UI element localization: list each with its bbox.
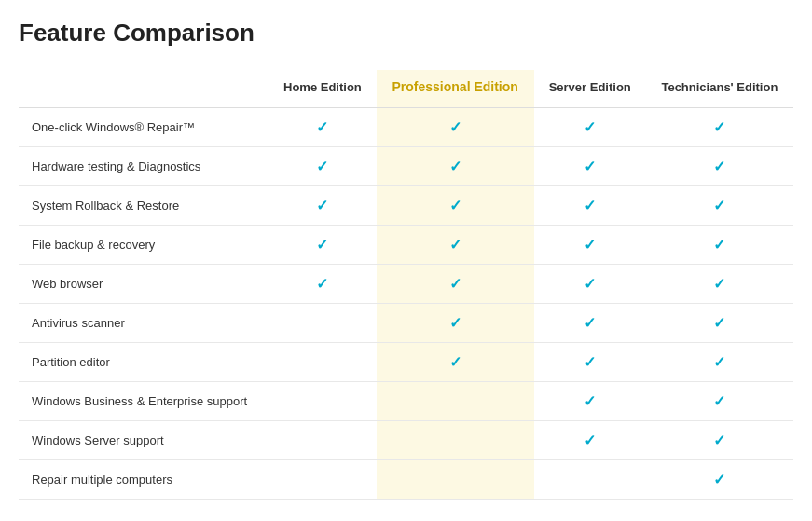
col-header-server: Server Edition xyxy=(534,70,646,108)
cell-tech-row8: ✓ xyxy=(646,421,793,460)
cell-server-row2: ✓ xyxy=(534,186,646,226)
table-row: Hardware testing & Diagnostics✓✓✓✓ xyxy=(19,147,793,186)
check-icon: ✓ xyxy=(584,119,596,135)
table-row: Web browser✓✓✓✓ xyxy=(19,265,793,304)
cell-feature-row7: Windows Business & Enterprise support xyxy=(19,382,268,421)
cell-tech-row9: ✓ xyxy=(646,460,793,500)
cell-tech-row0: ✓ xyxy=(646,108,793,147)
check-icon: ✓ xyxy=(713,158,725,174)
cell-server-row0: ✓ xyxy=(534,108,646,147)
cell-pro-row8 xyxy=(377,421,534,460)
col-header-feature xyxy=(19,70,268,108)
cell-feature-row1: Hardware testing & Diagnostics xyxy=(19,147,268,186)
page-title: Feature Comparison xyxy=(19,19,793,48)
cell-pro-row6: ✓ xyxy=(377,343,534,382)
cell-feature-row8: Windows Server support xyxy=(19,421,268,460)
cell-tech-row6: ✓ xyxy=(646,343,793,382)
table-row: One-click Windows® Repair™✓✓✓✓ xyxy=(19,108,793,147)
cell-server-row7: ✓ xyxy=(534,382,646,421)
check-icon: ✓ xyxy=(584,158,596,174)
cell-tech-row3: ✓ xyxy=(646,226,793,265)
check-icon: ✓ xyxy=(584,237,596,253)
table-row: Windows Server support✓✓ xyxy=(19,421,793,460)
table-row: System Rollback & Restore✓✓✓✓ xyxy=(19,186,793,226)
cell-feature-row3: File backup & recovery xyxy=(19,226,268,265)
check-icon: ✓ xyxy=(449,119,461,135)
check-icon: ✓ xyxy=(449,198,461,213)
table-row: Windows Business & Enterprise support✓✓ xyxy=(19,382,793,421)
cell-tech-row2: ✓ xyxy=(646,186,793,226)
check-icon: ✓ xyxy=(584,432,596,448)
cell-server-row6: ✓ xyxy=(534,343,646,382)
cell-tech-row4: ✓ xyxy=(646,265,793,304)
check-icon: ✓ xyxy=(584,354,596,370)
cell-pro-row0: ✓ xyxy=(377,108,534,147)
check-icon: ✓ xyxy=(584,276,596,292)
cell-feature-row4: Web browser xyxy=(19,265,268,304)
check-icon: ✓ xyxy=(316,119,328,135)
check-icon: ✓ xyxy=(584,393,596,409)
check-icon: ✓ xyxy=(713,119,725,135)
cell-pro-row3: ✓ xyxy=(377,226,534,265)
check-icon: ✓ xyxy=(584,315,596,331)
cell-home-row7 xyxy=(268,382,377,421)
check-icon: ✓ xyxy=(449,276,461,292)
check-icon: ✓ xyxy=(449,354,461,370)
col-header-tech: Technicians' Edition xyxy=(646,70,793,108)
cell-home-row5 xyxy=(268,304,377,343)
cell-server-row3: ✓ xyxy=(534,226,646,265)
cell-pro-row5: ✓ xyxy=(377,304,534,343)
check-icon: ✓ xyxy=(584,198,596,213)
check-icon: ✓ xyxy=(713,393,725,409)
cell-tech-row1: ✓ xyxy=(646,147,793,186)
check-icon: ✓ xyxy=(316,198,328,213)
cell-pro-row1: ✓ xyxy=(377,147,534,186)
cell-pro-row7 xyxy=(377,382,534,421)
check-icon: ✓ xyxy=(713,432,725,448)
cell-home-row0: ✓ xyxy=(268,108,377,147)
cell-server-row5: ✓ xyxy=(534,304,646,343)
cell-tech-row7: ✓ xyxy=(646,382,793,421)
cell-feature-row9: Repair multiple computers xyxy=(19,460,268,500)
cell-home-row3: ✓ xyxy=(268,226,377,265)
cell-home-row4: ✓ xyxy=(268,265,377,304)
cell-home-row6 xyxy=(268,343,377,382)
feature-comparison-table: Home Edition Professional Edition Server… xyxy=(19,70,793,500)
cell-pro-row4: ✓ xyxy=(377,265,534,304)
check-icon: ✓ xyxy=(316,237,328,253)
check-icon: ✓ xyxy=(713,354,725,370)
cell-server-row1: ✓ xyxy=(534,147,646,186)
cell-feature-row5: Antivirus scanner xyxy=(19,304,268,343)
cell-tech-row5: ✓ xyxy=(646,304,793,343)
cell-pro-row9 xyxy=(377,460,534,500)
cell-server-row8: ✓ xyxy=(534,421,646,460)
check-icon: ✓ xyxy=(713,315,725,331)
table-row: File backup & recovery✓✓✓✓ xyxy=(19,226,793,265)
cell-server-row9 xyxy=(534,460,646,500)
check-icon: ✓ xyxy=(316,158,328,174)
cell-home-row9 xyxy=(268,460,377,500)
check-icon: ✓ xyxy=(449,158,461,174)
check-icon: ✓ xyxy=(316,276,328,292)
check-icon: ✓ xyxy=(449,315,461,331)
cell-home-row2: ✓ xyxy=(268,186,377,226)
table-row: Partition editor✓✓✓ xyxy=(19,343,793,382)
cell-feature-row0: One-click Windows® Repair™ xyxy=(19,108,268,147)
col-header-pro: Professional Edition xyxy=(377,70,534,108)
check-icon: ✓ xyxy=(713,198,725,213)
check-icon: ✓ xyxy=(713,472,725,487)
check-icon: ✓ xyxy=(449,237,461,253)
cell-home-row1: ✓ xyxy=(268,147,377,186)
cell-pro-row2: ✓ xyxy=(377,186,534,226)
check-icon: ✓ xyxy=(713,276,725,292)
table-header-row: Home Edition Professional Edition Server… xyxy=(19,70,793,108)
table-row: Repair multiple computers✓ xyxy=(19,460,793,500)
table-row: Antivirus scanner✓✓✓ xyxy=(19,304,793,343)
cell-server-row4: ✓ xyxy=(534,265,646,304)
cell-feature-row2: System Rollback & Restore xyxy=(19,186,268,226)
cell-home-row8 xyxy=(268,421,377,460)
col-header-home: Home Edition xyxy=(268,70,377,108)
cell-feature-row6: Partition editor xyxy=(19,343,268,382)
check-icon: ✓ xyxy=(713,237,725,253)
